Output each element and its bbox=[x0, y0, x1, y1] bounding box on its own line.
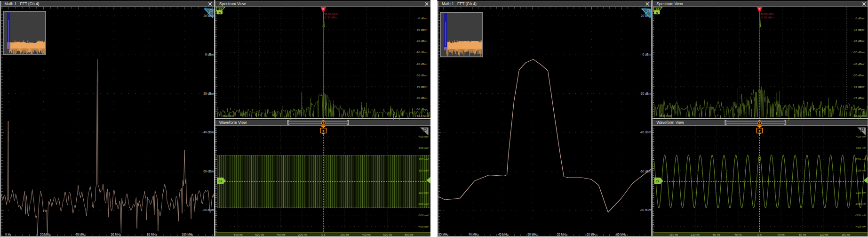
svg-text:200 ns: 200 ns bbox=[341, 233, 350, 236]
svg-text:-400 ns: -400 ns bbox=[276, 233, 286, 236]
svg-text:200 mV: 200 mV bbox=[419, 157, 429, 161]
svg-text:-300 mV: -300 mV bbox=[855, 213, 866, 217]
svg-text:-600 ns: -600 ns bbox=[254, 233, 264, 236]
svg-text:R: R bbox=[322, 8, 324, 10]
svg-text:-76 dBm: -76 dBm bbox=[416, 97, 427, 99]
svg-text:0 Hz: 0 Hz bbox=[5, 233, 11, 236]
svg-text:Math 1 - FFT (Ch 4): Math 1 - FFT (Ch 4) bbox=[442, 1, 477, 6]
svg-text:C4: C4 bbox=[656, 8, 659, 10]
svg-text:50 MHz: 50 MHz bbox=[527, 233, 538, 236]
svg-text:-200 mV: -200 mV bbox=[418, 202, 429, 205]
svg-text:-60 dBm: -60 dBm bbox=[202, 170, 214, 173]
svg-text:80 ns: 80 ns bbox=[799, 233, 806, 236]
svg-text:35 MHz: 35 MHz bbox=[438, 233, 449, 236]
svg-text:400 mV: 400 mV bbox=[856, 135, 866, 138]
svg-text:100 mV: 100 mV bbox=[419, 169, 429, 172]
svg-text:-100 mV: -100 mV bbox=[855, 191, 866, 194]
svg-text:20 MHz: 20 MHz bbox=[40, 233, 50, 236]
svg-text:-40 dBm: -40 dBm bbox=[202, 131, 214, 134]
svg-text:-66 dBm: -66 dBm bbox=[416, 85, 427, 88]
svg-text:400 mV: 400 mV bbox=[419, 135, 429, 138]
svg-text:-300 mV: -300 mV bbox=[418, 213, 429, 217]
svg-text:800 ns: 800 ns bbox=[405, 233, 414, 236]
svg-text:100 mV: 100 mV bbox=[856, 169, 866, 172]
svg-text:-40 ns: -40 ns bbox=[733, 233, 741, 236]
svg-text:400 ns: 400 ns bbox=[362, 233, 371, 236]
svg-text:Waveform View: Waveform View bbox=[219, 120, 247, 125]
svg-text:600 ns: 600 ns bbox=[383, 233, 392, 236]
svg-text:-56 dBm: -56 dBm bbox=[853, 74, 864, 77]
svg-text:-66 dBm: -66 dBm bbox=[853, 85, 864, 88]
svg-text:-20 dBm: -20 dBm bbox=[202, 92, 214, 95]
svg-text:80 MHz: 80 MHz bbox=[147, 233, 157, 236]
svg-text:T: T bbox=[759, 130, 761, 133]
svg-text:-36 dBm: -36 dBm bbox=[416, 51, 427, 54]
svg-text:-2.37 dBm: -2.37 dBm bbox=[324, 16, 337, 19]
svg-text:45 MHz: 45 MHz bbox=[498, 233, 509, 236]
svg-text:N: N bbox=[219, 11, 221, 14]
svg-text:-400 mV: -400 mV bbox=[418, 225, 429, 228]
svg-text:-16 dBm: -16 dBm bbox=[416, 28, 427, 31]
svg-text:65 MHz: 65 MHz bbox=[616, 233, 627, 236]
svg-text:-160 ns: -160 ns bbox=[669, 233, 678, 236]
svg-text:Math 1 - FFT (Ch 4): Math 1 - FFT (Ch 4) bbox=[5, 1, 40, 6]
svg-text:0 s: 0 s bbox=[757, 233, 761, 236]
svg-text:-20 dBm: -20 dBm bbox=[640, 92, 651, 95]
svg-text:-6 dBm: -6 dBm bbox=[855, 17, 864, 20]
svg-text:-2.38 dBm: -2.38 dBm bbox=[760, 16, 774, 19]
svg-text:-26 dBm: -26 dBm bbox=[416, 40, 427, 42]
svg-text:-800 ns: -800 ns bbox=[233, 233, 243, 236]
svg-text:40 ns: 40 ns bbox=[778, 233, 785, 236]
svg-text:60 MHz: 60 MHz bbox=[111, 233, 121, 236]
svg-text:C4: C4 bbox=[219, 8, 222, 10]
svg-text:-46 dBm: -46 dBm bbox=[853, 63, 864, 65]
svg-text:-16 dBm: -16 dBm bbox=[853, 28, 864, 31]
svg-text:Spectrum View: Spectrum View bbox=[219, 1, 246, 6]
svg-text:R: R bbox=[759, 8, 761, 10]
svg-text:-76 dBm: -76 dBm bbox=[853, 97, 864, 99]
svg-text:0 s: 0 s bbox=[321, 233, 325, 236]
svg-text:-26 dBm: -26 dBm bbox=[853, 40, 864, 42]
svg-text:-200 mV: -200 mV bbox=[855, 202, 866, 205]
svg-text:Spectrum View: Spectrum View bbox=[657, 1, 684, 6]
svg-text:-46 dBm: -46 dBm bbox=[416, 63, 427, 65]
svg-text:40 MHz: 40 MHz bbox=[75, 233, 86, 236]
svg-text:-6 dBm: -6 dBm bbox=[417, 17, 426, 20]
svg-text:60 MHz: 60 MHz bbox=[587, 233, 597, 236]
svg-text:Waveform View: Waveform View bbox=[657, 120, 685, 125]
svg-text:-80 dBm: -80 dBm bbox=[640, 208, 651, 212]
svg-text:300 mV: 300 mV bbox=[419, 146, 429, 149]
svg-text:-80 ns: -80 ns bbox=[712, 233, 720, 236]
svg-text:100 MHz: 100 MHz bbox=[182, 233, 193, 236]
svg-text:55 MHz: 55 MHz bbox=[557, 233, 567, 236]
svg-text:C4: C4 bbox=[219, 180, 222, 183]
svg-text:-36 dBm: -36 dBm bbox=[853, 51, 864, 54]
svg-text:-80 dBm: -80 dBm bbox=[202, 208, 214, 212]
svg-text:300 mV: 300 mV bbox=[856, 146, 866, 149]
svg-text:T: T bbox=[322, 130, 324, 133]
svg-text:200 mV: 200 mV bbox=[856, 157, 866, 161]
svg-text:-400 mV: -400 mV bbox=[855, 225, 866, 228]
svg-text:120 ns: 120 ns bbox=[820, 233, 828, 236]
svg-text:40 MHz: 40 MHz bbox=[469, 233, 479, 236]
svg-text:-100 mV: -100 mV bbox=[418, 191, 429, 194]
svg-text:-40 dBm: -40 dBm bbox=[640, 131, 651, 134]
svg-text:N: N bbox=[656, 11, 658, 14]
svg-text:C4: C4 bbox=[656, 180, 659, 183]
svg-text:-56 dBm: -56 dBm bbox=[416, 74, 427, 77]
svg-text:0 dBm: 0 dBm bbox=[205, 53, 214, 56]
svg-text:-120 ns: -120 ns bbox=[690, 233, 700, 236]
svg-text:0 dBm: 0 dBm bbox=[642, 53, 651, 56]
svg-text:-200 ns: -200 ns bbox=[297, 233, 307, 236]
svg-text:160 ns: 160 ns bbox=[842, 233, 851, 236]
